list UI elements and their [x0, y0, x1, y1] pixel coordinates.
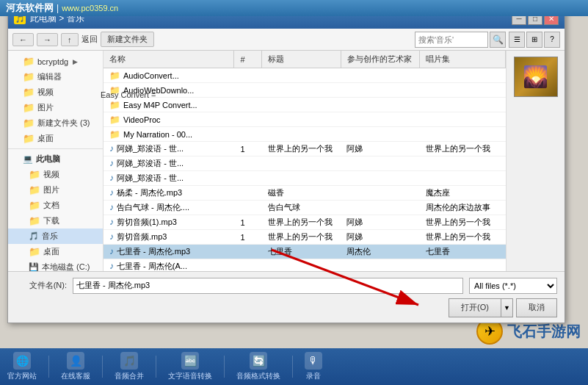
- sidebar-item-picture[interactable]: 📁 图片: [8, 100, 103, 115]
- search-input[interactable]: [415, 32, 488, 48]
- taskbar-item-record[interactable]: 🎙 录音: [305, 352, 322, 381]
- taskbar-label: 音频格式转换: [236, 371, 280, 381]
- table-row[interactable]: ♪阿娣_郑浚语 - 世...: [104, 171, 506, 186]
- sidebar-item-video2[interactable]: 📁 视频: [8, 167, 103, 182]
- folder-icon: 📁: [23, 118, 35, 129]
- table-row[interactable]: ♪杨柔 - 周杰伦.mp3 磁香 魔杰座: [104, 186, 506, 201]
- col-header-name[interactable]: 名称: [104, 51, 234, 68]
- toolbar: ← → ↑ 返回 新建文件夹 🔍 ☰ ⊞ ?: [8, 29, 565, 51]
- open-button[interactable]: 打开(O): [449, 298, 501, 317]
- content-area: 📁 bcryptdg ▶ 📁 编辑器 📁 视频 📁 图片 📁 新建文件夹 (3): [8, 51, 565, 271]
- drive-icon: 💾: [29, 262, 39, 271]
- file-dialog: 🎵 此电脑 > 音乐 ─ □ ✕ ← → ↑ 返回 新建文件夹 🔍 ☰ ⊞ ?: [7, 7, 565, 323]
- pc-icon: 💻: [23, 154, 33, 164]
- table-row[interactable]: ♪告白气球 - 周杰伦.... 告白气球 周杰伦的床边故事: [104, 201, 506, 215]
- taskbar-item-service[interactable]: 👤 在线客服: [61, 352, 90, 381]
- file-list[interactable]: 📁AudioConvert... 📁AudioWebDownlo... 📁Eas…: [104, 68, 506, 271]
- table-row[interactable]: ♪阿娣_郑浚语 - 世... 1 世界上的另一个我 阿娣 世界上的另一个我: [104, 142, 506, 156]
- file-title: 世界上的另一个我: [262, 217, 341, 228]
- sidebar-item-docs[interactable]: 📁 文档: [8, 198, 103, 213]
- sidebar-label: 新建文件夹 (3): [37, 118, 90, 129]
- table-row[interactable]: 📁AudioConvert...: [104, 68, 506, 83]
- folder-icon: 📁: [109, 129, 120, 140]
- top-banner: 河东软件网 | www.pc0359.cn: [0, 0, 588, 16]
- sidebar-item-newfolder[interactable]: 📁 新建文件夹 (3): [8, 115, 103, 131]
- col-header-album[interactable]: 唱片集: [420, 51, 506, 68]
- taskbar-item-audio-merge[interactable]: 🎵 音频合并: [115, 352, 144, 381]
- table-row[interactable]: 📁Easy M4P Convert...: [104, 98, 506, 112]
- banner-logo: 河东软件网: [6, 1, 54, 15]
- table-row[interactable]: 📁My Narration - 00...: [104, 127, 506, 142]
- file-album: 世界上的另一个我: [420, 217, 506, 228]
- file-name: ♪七里香 - 周杰伦.mp3: [104, 246, 234, 257]
- file-album: 魔杰座: [420, 187, 506, 198]
- forward-button[interactable]: →: [37, 33, 58, 46]
- music-icon: ♪: [109, 217, 114, 227]
- website-icon: 🌐: [13, 352, 31, 370]
- table-row[interactable]: ♪剪切音频(1).mp3 1 世界上的另一个我 阿娣 世界上的另一个我: [104, 215, 506, 230]
- table-row-selected[interactable]: ♪七里香 - 周杰伦.mp3 七里香 周杰伦 七里香: [104, 245, 506, 259]
- help-icon[interactable]: ?: [544, 32, 560, 48]
- view-list-icon[interactable]: ☰: [509, 32, 525, 48]
- table-row[interactable]: ♪剪切音频.mp3 1 世界上的另一个我 阿娣 世界上的另一个我: [104, 230, 506, 245]
- folder-icon: 📁: [23, 56, 35, 67]
- taskbar-label: 在线客服: [61, 371, 90, 381]
- sidebar-label: bcryptdg: [37, 57, 68, 66]
- file-title: 告白气球: [262, 202, 341, 213]
- thumbnail-panel: 🌄: [506, 51, 565, 271]
- sidebar-label: 文档: [43, 200, 59, 211]
- taskbar-item-website[interactable]: 🌐 官方网站: [7, 352, 37, 381]
- sidebar-label: 本地磁盘 (C:): [42, 262, 90, 271]
- banner-url: www.pc0359.cn: [62, 4, 118, 12]
- sidebar-item-thispc[interactable]: 💻 此电脑: [8, 151, 103, 167]
- sidebar-item-picture2[interactable]: 📁 图片: [8, 182, 103, 198]
- table-row[interactable]: ♪七里香 - 周杰伦(A...: [104, 259, 506, 271]
- view-options[interactable]: ☰ ⊞ ?: [509, 32, 560, 48]
- music-icon: ♪: [109, 231, 114, 242]
- taskbar: 🌐 官方网站 👤 在线客服 🎵 音频合并 🔤 文字语音转换 🔄 音频格式转换 🎙…: [0, 348, 588, 385]
- taskbar-separator: [102, 356, 103, 378]
- taskbar-label: 录音: [306, 371, 321, 381]
- folder-icon: 📁: [29, 169, 40, 180]
- file-name: ♪阿娣_郑浚语 - 世...: [104, 158, 234, 169]
- up-button[interactable]: ↑: [61, 33, 79, 46]
- sidebar-label: 音乐: [42, 231, 58, 242]
- filename-input[interactable]: [73, 278, 463, 294]
- file-name: ♪七里香 - 周杰伦(A...: [104, 261, 234, 271]
- new-folder-button[interactable]: 新建文件夹: [101, 32, 154, 47]
- table-row[interactable]: ♪阿娣_郑浚语 - 世...: [104, 156, 506, 171]
- taskbar-item-format-convert[interactable]: 🔄 音频格式转换: [236, 352, 280, 381]
- sidebar-item-desktop1[interactable]: 📁 桌面: [8, 131, 103, 146]
- taskbar-separator: [156, 356, 156, 378]
- col-header-title[interactable]: 标题: [262, 51, 341, 68]
- back-button[interactable]: ←: [12, 33, 34, 46]
- taskbar-item-tts[interactable]: 🔤 文字语音转换: [168, 352, 212, 381]
- sidebar-item-bcryptdg[interactable]: 📁 bcryptdg ▶: [8, 54, 103, 69]
- search-icon-button[interactable]: 🔍: [490, 32, 506, 48]
- sidebar-item-drive-c[interactable]: 💾 本地磁盘 (C:): [8, 259, 103, 271]
- dialog-buttons: 打开(O) ▼ 取消: [15, 298, 557, 317]
- table-row[interactable]: 📁VideoProc: [104, 112, 506, 127]
- table-row[interactable]: 📁AudioWebDownlo...: [104, 83, 506, 98]
- folder-icon: 📁: [23, 102, 35, 113]
- file-name: 📁AudioWebDownlo...: [104, 85, 234, 96]
- sidebar-item-video[interactable]: 📁 视频: [8, 84, 103, 100]
- col-header-artist[interactable]: 参与创作的艺术家: [341, 51, 421, 68]
- open-dropdown-arrow[interactable]: ▼: [501, 298, 513, 317]
- sidebar-item-downloads[interactable]: 📁 下载: [8, 213, 103, 229]
- file-num: 1: [234, 233, 261, 242]
- sidebar-item-music[interactable]: 🎵 音乐: [8, 229, 103, 244]
- watermark-text: 飞石手游网: [507, 322, 581, 342]
- col-header-num[interactable]: #: [234, 51, 261, 68]
- filetype-select[interactable]: All files (*.*): [469, 278, 557, 294]
- sidebar-label: 桌面: [37, 133, 54, 144]
- sidebar-item-editor[interactable]: 📁 编辑器: [8, 69, 103, 84]
- view-detail-icon[interactable]: ⊞: [526, 32, 542, 48]
- file-album: 世界上的另一个我: [420, 231, 506, 242]
- sidebar: 📁 bcryptdg ▶ 📁 编辑器 📁 视频 📁 图片 📁 新建文件夹 (3): [8, 51, 104, 271]
- music-icon: ♪: [109, 202, 114, 212]
- sidebar-item-desktop2[interactable]: 📁 桌面: [8, 244, 103, 259]
- music-icon: ♪: [109, 187, 114, 198]
- cancel-button[interactable]: 取消: [516, 298, 557, 317]
- banner-sep: |: [57, 3, 59, 13]
